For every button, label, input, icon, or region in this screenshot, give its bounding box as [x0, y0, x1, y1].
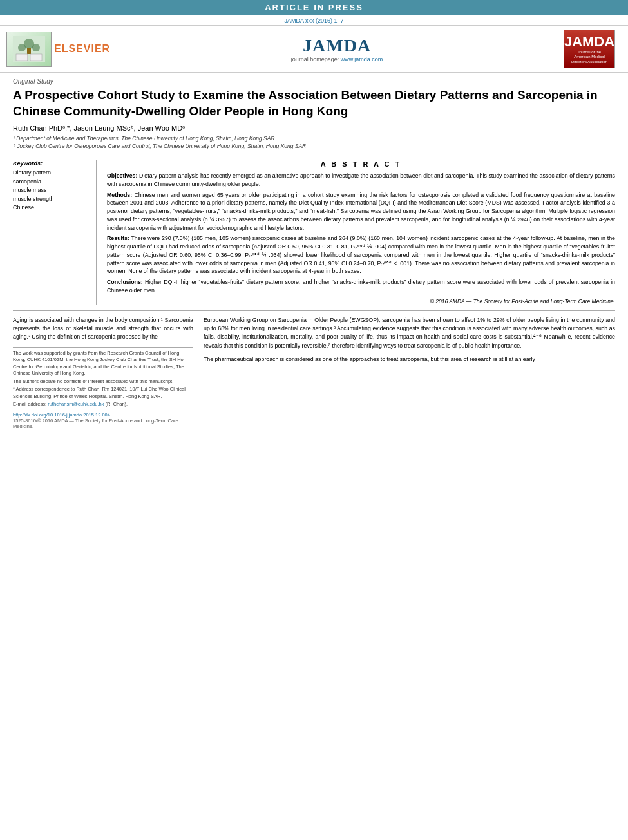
body-left-column: Aging is associated with changes in the … [13, 316, 193, 429]
abstract-copyright: © 2016 AMDA — The Society for Post-Acute… [107, 297, 615, 305]
journal-name-area: JAMDA journal homepage: www.jamda.com [123, 35, 551, 62]
affiliation-a: ᵃ Department of Medicine and Therapeutic… [13, 135, 615, 143]
abstract-conclusions: Conclusions: Higher DQI-I, higher “veget… [107, 278, 615, 295]
footnote-email: E-mail address: ruthchansm@cuhk.edu.hk (… [13, 401, 193, 408]
keyword-item: Dietary pattern [13, 169, 90, 178]
svg-point-4 [32, 44, 40, 51]
body-right-para1: European Working Group on Sarcopenia in … [204, 316, 615, 350]
authors-line: Ruth Chan PhDᵃ,*, Jason Leung MScᵇ, Jean… [13, 124, 615, 133]
elsevier-logo-image [6, 32, 52, 67]
svg-rect-5 [16, 54, 28, 61]
body-right-para2: The pharmaceutical approach is considere… [204, 355, 615, 364]
abstract-objectives: Objectives: Dietary pattern analysis has… [107, 172, 615, 189]
elsevier-logo-area: ELSEVIER [6, 32, 110, 67]
footnote-conflicts: The authors declare no conflicts of inte… [13, 378, 193, 386]
article-title: A Prospective Cohort Study to Examine th… [13, 88, 615, 119]
keyword-item: Chinese [13, 203, 90, 212]
keyword-item: muscle mass [13, 186, 90, 195]
page-footer: http://dx.doi.org/10.1016/j.jamda.2015.1… [13, 412, 193, 429]
abstract-heading: A B S T R A C T [107, 160, 615, 168]
svg-rect-6 [30, 54, 42, 61]
email-link[interactable]: ruthchansm@cuhk.edu.hk [48, 401, 104, 407]
body-right-text: European Working Group on Sarcopenia in … [204, 316, 615, 364]
journal-homepage: journal homepage: www.jamda.com [123, 56, 551, 62]
issn-line: 1525-8610/© 2016 AMDA — The Society for … [13, 418, 193, 429]
svg-point-3 [18, 44, 26, 51]
abstract-methods: Methods: Chinese men and women aged 65 y… [107, 191, 615, 232]
footnote-correspondence: * Address correspondence to Ruth Chan, R… [13, 386, 193, 400]
journal-homepage-link[interactable]: www.jamda.com [341, 56, 383, 62]
keyword-item: muscle strength [13, 195, 90, 204]
footnotes: The work was supported by grants from th… [13, 347, 193, 408]
journal-citation: JAMDA xxx (2016) 1–7 [0, 15, 628, 25]
main-content: Original Study A Prospective Cohort Stud… [0, 73, 628, 429]
svg-rect-2 [27, 48, 31, 54]
jamda-logo: JAMDA Journal of theAmerican MedicalDire… [564, 30, 615, 68]
body-right-column: European Working Group on Sarcopenia in … [204, 316, 615, 429]
separator-1 [13, 156, 615, 156]
abstract-column: A B S T R A C T Objectives: Dietary patt… [107, 160, 615, 305]
keywords-label: Keywords: [13, 160, 90, 167]
body-left-text: Aging is associated with changes in the … [13, 316, 193, 342]
elsevier-text: ELSEVIER [54, 43, 110, 55]
keyword-item: sarcopenia [13, 178, 90, 187]
abstract-section: Keywords: Dietary pattern sarcopenia mus… [13, 160, 615, 305]
abstract-text: Objectives: Dietary pattern analysis has… [107, 172, 615, 305]
abstract-results: Results: There were 290 (7.3%) (185 men,… [107, 234, 615, 275]
affiliations: ᵃ Department of Medicine and Therapeutic… [13, 135, 615, 151]
doi-link[interactable]: http://dx.doi.org/10.1016/j.jamda.2015.1… [13, 412, 110, 418]
article-in-press-banner: ARTICLE IN PRESS [0, 0, 628, 15]
keywords-list: Dietary pattern sarcopenia muscle mass m… [13, 169, 90, 212]
journal-header: ELSEVIER JAMDA journal homepage: www.jam… [0, 25, 628, 73]
keywords-column: Keywords: Dietary pattern sarcopenia mus… [13, 160, 97, 305]
journal-name: JAMDA [123, 35, 551, 56]
study-type-label: Original Study [13, 78, 615, 85]
affiliation-b: ᵇ Jockey Club Centre for Osteoporosis Ca… [13, 143, 615, 151]
body-section: Aging is associated with changes in the … [13, 316, 615, 429]
footnote-funding: The work was supported by grants from th… [13, 350, 193, 377]
separator-2 [13, 310, 615, 311]
